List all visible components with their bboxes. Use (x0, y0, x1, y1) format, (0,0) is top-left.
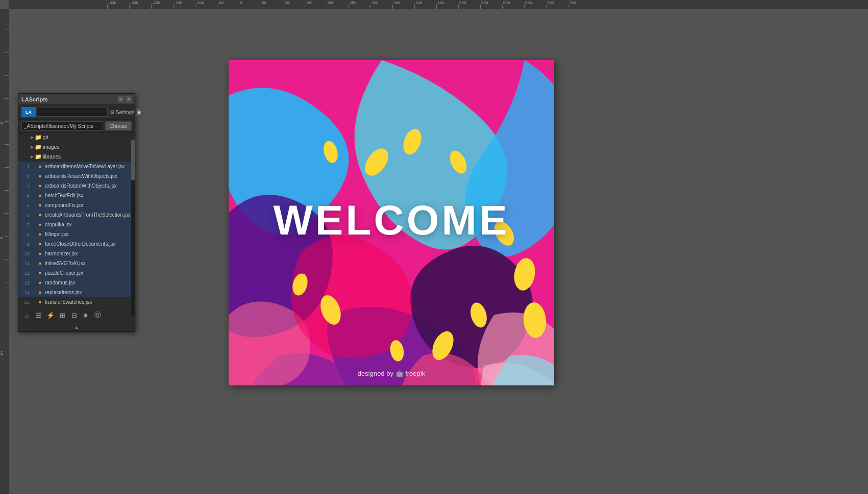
lightning-icon[interactable]: ⚡ (45, 309, 56, 321)
file-item[interactable]: ▶📁git (18, 133, 135, 142)
panel-path-row: Choose (18, 120, 135, 133)
lascripts-panel: LAScripts ≡ ✕ LA ⚙ Settings ▣ Choose ▶📁g… (18, 93, 135, 332)
file-item[interactable]: 10■harmonizer.jsx (18, 249, 135, 258)
star-icon[interactable]: ★ (80, 309, 91, 321)
panel-extra-button[interactable]: ▣ (136, 108, 142, 117)
panel-titlebar[interactable]: LAScripts ≡ ✕ (18, 94, 135, 105)
panel-close-button[interactable]: ✕ (126, 96, 132, 102)
file-item[interactable]: 13■randomus.jsx (18, 278, 135, 288)
settings-gear-icon: ⚙ (110, 109, 115, 116)
welcome-text: WELCOME (273, 196, 509, 244)
file-item[interactable]: 11■inlineSVGToAI.jsx (18, 258, 135, 268)
lock-icon[interactable]: ⓪ (92, 309, 103, 321)
panel-logo: LA (21, 107, 36, 117)
file-item[interactable]: 9■forceCloseOtherDocuments.jsx (18, 239, 135, 249)
panel-collapse-row[interactable]: ▲ (18, 323, 135, 331)
file-item[interactable]: 2■artboardsResizeWithObjects.jsx (18, 171, 135, 181)
panel-title: LAScripts (21, 96, 48, 102)
file-item[interactable]: 1■artboardItemsMoveToNewLayer.jsx (18, 162, 135, 171)
panel-bottom-toolbar: ⌕☰⚡⊞⊟★⓪ (18, 307, 135, 323)
file-item[interactable]: 5■compoundFix.jsx (18, 200, 135, 210)
grid-icon[interactable]: ⊞ (57, 309, 68, 321)
canvas-area: WELCOME designed by 🤖 freepik (9, 9, 868, 494)
panel-file-list[interactable]: ▶📁git▶📁images▶📁libraries1■artboardItemsM… (18, 133, 135, 307)
designed-by-text: designed by 🤖 freepik (358, 370, 425, 377)
panel-settings-button[interactable]: ⚙ Settings (110, 109, 134, 116)
panel-search-input[interactable] (38, 108, 108, 117)
file-item[interactable]: 7■cropulka.jsx (18, 220, 135, 229)
file-item[interactable]: 6■createArtboardsFromTheSelection.jsx (18, 210, 135, 220)
panel-minimize-button[interactable]: ≡ (118, 96, 124, 102)
file-item[interactable]: 12■puzzleClipper.jsx (18, 268, 135, 278)
panel-path-input[interactable] (21, 121, 103, 131)
panel-title-buttons: ≡ ✕ (118, 96, 132, 102)
minus-icon[interactable]: ⊟ (68, 309, 80, 321)
collapse-icon: ▲ (75, 325, 79, 330)
ruler-left: 0510 (0, 9, 9, 494)
bottom-toolbar-icons: ⌕☰⚡⊞⊟★⓪ (21, 309, 103, 321)
file-item[interactable]: 8■fillinger.jsx (18, 229, 135, 239)
file-item[interactable]: 4■batchTextEdit.jsx (18, 191, 135, 200)
panel-scrollbar[interactable] (131, 140, 135, 316)
file-item[interactable]: 14■replaceItems.jsx (18, 288, 135, 297)
file-item[interactable]: 15■transferSwatches.jsx (18, 297, 135, 307)
artboard: WELCOME designed by 🤖 freepik (229, 60, 554, 385)
panel-toolbar: LA ⚙ Settings ▣ (18, 105, 135, 120)
file-item[interactable]: ▶📁libraries (18, 152, 135, 162)
choose-button[interactable]: Choose (105, 121, 132, 131)
list-icon[interactable]: ☰ (33, 309, 44, 321)
file-item[interactable]: 3■artboardsRotateWithObjects.jsx (18, 181, 135, 191)
file-item[interactable]: ▶📁images (18, 142, 135, 152)
search-icon[interactable]: ⌕ (21, 309, 33, 321)
ruler-top: /* rendered via JS below */ -300-250-200… (9, 0, 868, 9)
